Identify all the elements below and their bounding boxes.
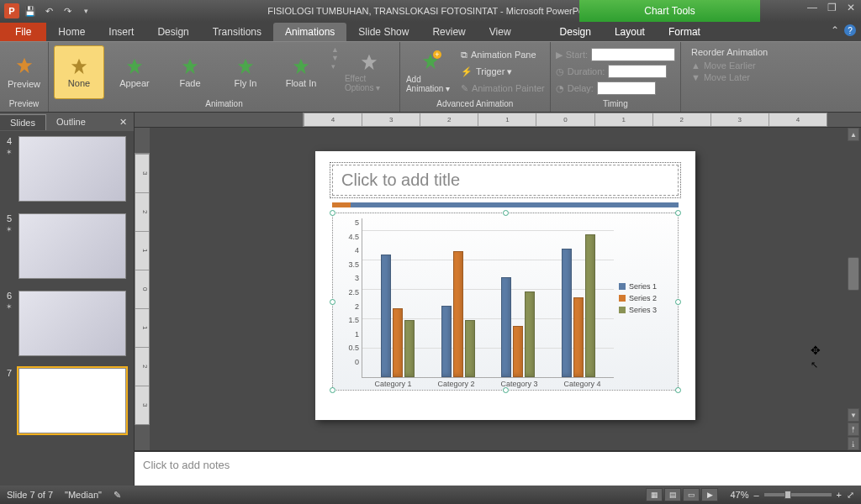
delay-input[interactable] xyxy=(597,81,656,95)
animation-none[interactable]: None xyxy=(54,45,104,99)
minimize-button[interactable]: — xyxy=(805,2,820,13)
slide-counter: Slide 7 of 7 xyxy=(7,490,53,500)
anim-indicator-icon: ✶ xyxy=(6,302,13,311)
move-earlier-button[interactable]: ▲Move Earlier xyxy=(691,60,768,71)
sorter-view-icon[interactable]: ▤ xyxy=(664,488,681,501)
prev-slide-icon[interactable]: ⭱ xyxy=(848,423,859,436)
chart-bars[interactable] xyxy=(362,218,614,378)
notes-pane[interactable]: Click to add notes xyxy=(135,450,861,486)
add-animation-label: Add Animation ▾ xyxy=(406,75,455,93)
preview-star-icon xyxy=(15,56,34,76)
tab-chart-format[interactable]: Format xyxy=(657,23,712,41)
normal-view-icon[interactable]: ▦ xyxy=(646,488,663,501)
scroll-down-icon[interactable]: ▼ xyxy=(848,408,859,422)
clock-icon: ◔ xyxy=(556,83,564,94)
animation-appear[interactable]: Appear xyxy=(109,45,160,99)
duration-label: Duration: xyxy=(568,66,605,76)
chart-y-axis: 00.511.522.533.544.55 xyxy=(338,218,362,378)
undo-icon[interactable]: ↶ xyxy=(40,3,57,19)
start-input[interactable] xyxy=(591,48,675,61)
slide[interactable]: Click to add title 00.511.522.533.544.55… xyxy=(315,151,695,420)
zoom-slider-thumb[interactable] xyxy=(784,491,791,499)
star-icon xyxy=(181,57,199,76)
chevron-up-icon: ▲ xyxy=(691,60,700,71)
outline-tab[interactable]: Outline xyxy=(46,114,96,129)
scroll-thumb[interactable] xyxy=(848,257,859,291)
next-slide-icon[interactable]: ⭳ xyxy=(848,437,859,450)
trigger-label: Trigger ▾ xyxy=(476,66,513,77)
move-cursor-icon: ✥↖ xyxy=(811,344,821,370)
anim-indicator-icon: ✶ xyxy=(6,148,13,156)
duration-input[interactable] xyxy=(608,65,667,78)
chart-legend[interactable]: Series 1Series 2Series 3 xyxy=(614,218,673,378)
slide-thumb-4[interactable]: 4✶ xyxy=(3,136,130,202)
animation-fade[interactable]: Fade xyxy=(165,45,215,99)
animation-pane-button[interactable]: ⧉Animation Pane xyxy=(461,47,545,62)
tab-home[interactable]: Home xyxy=(46,23,97,41)
star-icon xyxy=(236,57,255,76)
delay-label: Delay: xyxy=(568,83,594,93)
vertical-ruler: 3210123 xyxy=(135,128,150,450)
save-icon[interactable]: 💾 xyxy=(22,3,39,19)
pane-icon: ⧉ xyxy=(461,50,467,60)
group-advanced-label: Advanced Animation xyxy=(436,99,513,111)
redo-icon[interactable]: ↷ xyxy=(59,3,76,19)
fit-to-window-button[interactable]: ⤢ xyxy=(847,490,854,501)
reorder-header: Reorder Animation xyxy=(691,47,768,57)
close-button[interactable]: ✕ xyxy=(844,2,858,13)
reading-view-icon[interactable]: ▭ xyxy=(683,488,700,501)
help-icon[interactable]: ? xyxy=(844,24,856,36)
view-buttons: ▦ ▤ ▭ ▶ xyxy=(646,488,718,501)
slide-thumb-6[interactable]: 6✶ xyxy=(3,291,130,356)
move-later-button[interactable]: ▼Move Later xyxy=(691,72,768,82)
qat-dropdown-icon[interactable]: ▾ xyxy=(77,3,94,19)
animation-floatin[interactable]: Float In xyxy=(276,45,326,99)
svg-marker-2 xyxy=(127,58,142,73)
zoom-in-button[interactable]: + xyxy=(837,490,842,500)
work-area: Slides Outline ✕ 4✶ 5✶ 6✶ 7 432101234 xyxy=(0,113,861,486)
slide-canvas[interactable]: Click to add title 00.511.522.533.544.55… xyxy=(150,128,861,450)
animation-flyin[interactable]: Fly In xyxy=(220,45,271,99)
powerpoint-icon[interactable]: P xyxy=(3,3,20,19)
play-icon: ▶ xyxy=(556,50,563,60)
close-panel-icon[interactable]: ✕ xyxy=(113,117,134,128)
tab-insert[interactable]: Insert xyxy=(97,23,145,41)
chart-plot-area[interactable]: 00.511.522.533.544.55 Series 1Series 2Se… xyxy=(338,218,673,378)
tab-view[interactable]: View xyxy=(478,23,523,41)
tab-animations[interactable]: Animations xyxy=(273,23,346,41)
add-animation-button[interactable]: + Add Animation ▾ xyxy=(405,45,456,99)
animation-appear-label: Appear xyxy=(119,78,149,88)
tab-design[interactable]: Design xyxy=(145,23,200,41)
animation-painter-button[interactable]: ✎Animation Painter xyxy=(461,81,545,96)
svg-marker-4 xyxy=(238,58,253,73)
star-icon xyxy=(360,53,378,71)
slide-thumbnails: 4✶ 5✶ 6✶ 7 xyxy=(0,131,134,486)
trigger-button[interactable]: ⚡Trigger ▾ xyxy=(461,64,545,79)
title-bar: P 💾 ↶ ↷ ▾ FISIOLOGI TUMBUHAN, TRANSLOKAS… xyxy=(0,0,861,22)
title-placeholder[interactable]: Click to add title xyxy=(332,165,679,196)
slideshow-view-icon[interactable]: ▶ xyxy=(701,488,718,501)
chart-object[interactable]: 00.511.522.533.544.55 Series 1Series 2Se… xyxy=(332,213,679,391)
tab-chart-layout[interactable]: Layout xyxy=(603,23,657,41)
preview-button[interactable]: Preview xyxy=(0,45,50,99)
tab-slideshow[interactable]: Slide Show xyxy=(346,23,420,41)
zoom-percent[interactable]: 47% xyxy=(730,490,748,500)
zoom-out-button[interactable]: – xyxy=(753,490,758,500)
vertical-scrollbar[interactable]: ▲ ▼ ⭱ ⭳ xyxy=(846,128,861,450)
maximize-button[interactable]: ❐ xyxy=(825,2,839,13)
slide-thumb-7[interactable]: 7 xyxy=(3,368,130,433)
minimize-ribbon-icon[interactable]: ⌃ xyxy=(831,24,839,36)
zoom-slider[interactable] xyxy=(764,493,832,496)
tab-transitions[interactable]: Transitions xyxy=(201,23,273,41)
scroll-up-icon[interactable]: ▲ xyxy=(848,128,859,141)
tab-file[interactable]: File xyxy=(0,23,46,41)
svg-marker-1 xyxy=(71,58,87,73)
slide-thumb-5[interactable]: 5✶ xyxy=(3,213,130,279)
slides-tab[interactable]: Slides xyxy=(0,114,46,130)
tab-review[interactable]: Review xyxy=(420,23,477,41)
tab-chart-design[interactable]: Design xyxy=(548,23,603,41)
effect-options-button[interactable]: Effect Options ▾ xyxy=(344,45,394,99)
anim-indicator-icon: ✶ xyxy=(6,225,13,234)
animation-gallery-more[interactable]: ▲▼▾ xyxy=(331,45,339,71)
spellcheck-icon[interactable]: ✎ xyxy=(114,490,121,501)
